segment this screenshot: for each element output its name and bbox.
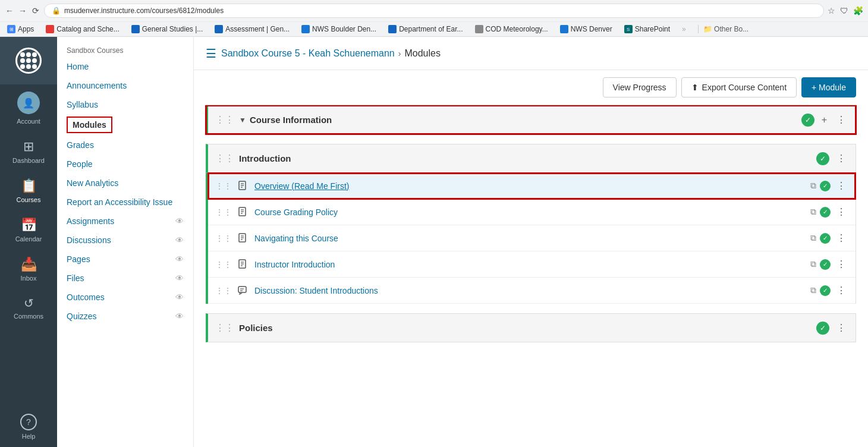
add-item-button[interactable]: +	[819, 114, 829, 127]
module-item-grading-policy: ⋮⋮ Course Grading Policy ⧉	[208, 199, 856, 225]
calendar-icon: 📅	[21, 218, 37, 233]
module-item-instructor-intro: ⋮⋮ Instructor Introduction ⧉	[208, 251, 856, 278]
sidebar-item-people[interactable]: People	[57, 155, 193, 174]
module-item-overview: ⋮⋮ Overview (Read Me First) ⧉	[208, 173, 856, 199]
nav-item-commons[interactable]: ↺ Commons	[0, 289, 57, 327]
navigating-actions: ⧉ ✓ ⋮	[810, 231, 848, 245]
bookmark-cod[interactable]: COD Meteorology...	[473, 24, 551, 34]
logo-dot	[32, 58, 37, 63]
add-module-label: + Module	[812, 83, 846, 92]
nav-item-courses[interactable]: 📋 Courses	[0, 171, 57, 210]
bookmark-general-studies[interactable]: General Studies |...	[129, 24, 206, 34]
export-course-button[interactable]: ⬆ Export Course Content	[681, 77, 797, 97]
complete-icon: ✓	[816, 152, 829, 165]
grading-policy-title[interactable]: Course Grading Policy	[254, 207, 810, 217]
collapse-icon[interactable]: ▼	[239, 116, 246, 124]
sidebar-item-modules[interactable]: Modules	[57, 114, 193, 136]
back-button[interactable]: ←	[5, 6, 14, 15]
sidebar-item-accessibility[interactable]: Report an Accessibility Issue	[57, 193, 193, 212]
nav-item-dashboard[interactable]: ⊞ Dashboard	[0, 132, 57, 171]
sidebar-item-syllabus[interactable]: Syllabus	[57, 95, 193, 114]
main-header: ☰ Sandbox Course 5 - Keah Schuenemann › …	[194, 37, 868, 70]
hamburger-button[interactable]: ☰	[206, 46, 216, 61]
logo-dot	[32, 52, 37, 57]
address-bar[interactable]: 🔒 msudenver.instructure.com/courses/6812…	[44, 4, 824, 18]
inbox-icon: 📥	[21, 257, 37, 272]
outcomes-eye-icon: 👁	[175, 292, 184, 302]
module-options-button[interactable]: ⋮	[834, 113, 848, 127]
sidebar-item-discussions[interactable]: Discussions 👁	[57, 231, 193, 250]
nav-item-account[interactable]: 👤 Account	[0, 84, 57, 132]
star-icon[interactable]: ☆	[828, 6, 835, 15]
instructor-intro-title[interactable]: Instructor Introduction	[254, 260, 810, 269]
app-layout: 👤 Account ⊞ Dashboard 📋 Courses 📅 Calend…	[0, 37, 868, 447]
sidebar-item-grades[interactable]: Grades	[57, 136, 193, 155]
complete-icon: ✓	[820, 259, 831, 270]
complete-icon: ✓	[820, 285, 831, 296]
bookmark-assessment[interactable]: Assessment | Gen...	[212, 24, 292, 34]
copy-icon[interactable]: ⧉	[810, 259, 816, 269]
pages-eye-icon: 👁	[175, 254, 184, 264]
bookmark-nws-boulder[interactable]: NWS Boulder Den...	[299, 24, 379, 34]
nav-item-inbox[interactable]: 📥 Inbox	[0, 250, 57, 289]
nav-label-courses: Courses	[17, 196, 41, 203]
bookmark-apps[interactable]: ⊞ Apps	[5, 24, 36, 34]
nav-label-help: Help	[22, 433, 36, 440]
module-policies: ⋮⋮ Policies ✓ ⋮	[206, 313, 856, 342]
more-bookmarks[interactable]: »	[682, 25, 686, 33]
bookmark-dept[interactable]: Department of Ear...	[386, 24, 465, 34]
policies-title: Policies	[239, 323, 816, 333]
assessment-favicon	[215, 25, 223, 33]
bookmark-catalog[interactable]: Catalog and Sche...	[43, 24, 121, 34]
item-options-button[interactable]: ⋮	[834, 205, 848, 219]
student-intro-title[interactable]: Discussion: Student Introductions	[254, 286, 810, 295]
sidebar-item-quizzes[interactable]: Quizzes 👁	[57, 307, 193, 326]
sidebar-item-assignments[interactable]: Assignments 👁	[57, 212, 193, 231]
item-options-button[interactable]: ⋮	[834, 257, 848, 271]
export-icon: ⬆	[691, 83, 699, 92]
logo-dots	[20, 52, 37, 69]
item-options-button[interactable]: ⋮	[834, 231, 848, 245]
add-module-button[interactable]: + Module	[801, 77, 856, 97]
copy-icon[interactable]: ⧉	[810, 233, 816, 243]
item-options-button[interactable]: ⋮	[834, 179, 848, 193]
other-bookmarks[interactable]: 📁 Other Bo...	[698, 25, 749, 33]
drag-handle-icon: ⋮⋮	[215, 260, 232, 269]
item-options-button[interactable]: ⋮	[834, 284, 848, 297]
sidebar-item-new-analytics[interactable]: New Analytics	[57, 174, 193, 193]
view-progress-button[interactable]: View Progress	[603, 77, 677, 97]
nav-item-help[interactable]: ? Help	[0, 407, 57, 447]
sidebar-item-outcomes[interactable]: Outcomes 👁	[57, 288, 193, 307]
sidebar-item-pages[interactable]: Pages 👁	[57, 250, 193, 269]
logo-dot	[20, 58, 25, 63]
bookmark-nws-denver[interactable]: NWS Denver	[558, 24, 615, 34]
nav-label-dashboard: Dashboard	[12, 157, 45, 164]
module-course-information-actions: ✓ + ⋮	[801, 113, 848, 127]
module-options-button[interactable]: ⋮	[834, 321, 848, 335]
copy-icon[interactable]: ⧉	[810, 181, 816, 191]
module-options-button[interactable]: ⋮	[834, 152, 848, 165]
sidebar-item-files[interactable]: Files 👁	[57, 269, 193, 288]
lock-icon: 🔒	[52, 7, 61, 15]
breadcrumb-course-link[interactable]: Sandbox Course 5 - Keah Schuenemann	[221, 48, 395, 59]
sidebar-item-grades-label: Grades	[67, 140, 94, 150]
bookmark-sharepoint[interactable]: S SharePoint	[622, 24, 672, 34]
sidebar-item-home[interactable]: Home	[57, 57, 193, 76]
browser-toolbar: ← → ⟳ 🔒 msudenver.instructure.com/course…	[0, 0, 868, 21]
copy-icon[interactable]: ⧉	[810, 285, 816, 295]
nav-label-inbox: Inbox	[21, 275, 37, 282]
nav-item-calendar[interactable]: 📅 Calendar	[0, 210, 57, 250]
reload-button[interactable]: ⟳	[31, 6, 40, 15]
module-policies-header[interactable]: ⋮⋮ Policies ✓ ⋮	[206, 313, 856, 342]
breadcrumb: Sandbox Course 5 - Keah Schuenemann › Mo…	[221, 48, 441, 59]
overview-title[interactable]: Overview (Read Me First)	[254, 181, 810, 191]
copy-icon[interactable]: ⧉	[810, 207, 816, 217]
bookmark-cod-label: COD Meteorology...	[486, 25, 548, 33]
module-course-information-header[interactable]: ⋮⋮ ▼ Course Information ✓ + ⋮	[206, 105, 856, 134]
bookmark-assessment-label: Assessment | Gen...	[225, 25, 290, 33]
module-introduction-header[interactable]: ⋮⋮ Introduction ✓ ⋮	[206, 144, 856, 173]
navigating-title[interactable]: Navigating this Course	[254, 234, 810, 243]
forward-button[interactable]: →	[18, 6, 27, 15]
sidebar-item-announcements[interactable]: Announcements	[57, 76, 193, 95]
drag-handle-icon: ⋮⋮	[215, 181, 232, 191]
